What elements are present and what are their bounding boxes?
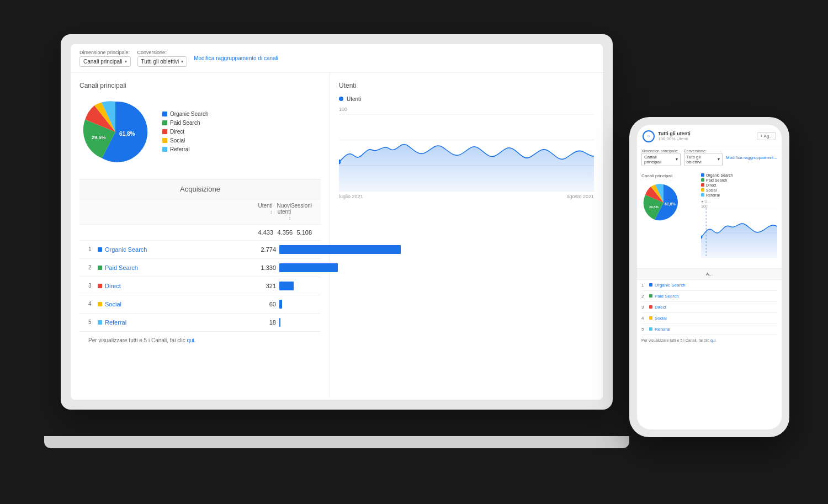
laptop: Dimensione principale: Canali principali… (61, 34, 640, 448)
phone-social-link[interactable]: Social (655, 316, 667, 321)
laptop-base (44, 436, 629, 448)
table-row: 3 Direct 321 (79, 277, 321, 295)
table-header: Utenti ↕ Nuovi utenti ↕ Sessioni (79, 199, 321, 225)
chevron-down-icon: ▾ (125, 59, 127, 64)
conversion-select[interactable]: Tutti gli obiettivi ▾ (137, 56, 188, 67)
paid-link[interactable]: Paid Search (105, 264, 138, 271)
phone-footer: Per visualizzare tutti e 5 i Canali, fai… (637, 335, 782, 346)
organic-search-color (162, 112, 167, 116)
phone-table-row: 5 Referral (641, 324, 777, 335)
phone-header-title: Tutti gli utenti (658, 131, 753, 136)
legend-item-social: Social (162, 137, 208, 144)
table-total-row: 4.433 4.356 5.108 (79, 225, 321, 241)
phone-table-row: 4 Social (641, 313, 777, 324)
chevron-icon: ▾ (676, 157, 678, 162)
x-label-2: agosto 2021 (566, 194, 594, 199)
phone-header-text: Tutti gli utenti 100,00% Utenti (658, 131, 753, 141)
phone-header-sub: 100,00% Utenti (658, 136, 753, 141)
col-header-channel (88, 203, 254, 221)
conversion-label: Conversione: (137, 50, 188, 55)
svg-text:61,8%: 61,8% (665, 202, 676, 206)
col-header-nuovi: Nuovi utenti ↕ (273, 203, 291, 221)
dimension-label: Dimensione principale: (79, 50, 131, 55)
line-chart-container: 100 (339, 107, 594, 206)
phone-toolbar: Ximension principale: Canali principali … (637, 146, 782, 169)
phone-canali-title: Canali principali (641, 173, 697, 178)
bar-referral (279, 318, 280, 327)
direct-dot (98, 284, 102, 288)
dimension-select[interactable]: Canali principali ▾ (79, 56, 131, 67)
pie-legend: Organic Search Paid Search Direct (162, 111, 208, 152)
canali-title: Canali principali (79, 82, 321, 89)
social-link[interactable]: Social (105, 301, 121, 307)
organic-dot (98, 247, 102, 252)
phone-modify-link[interactable]: Modifica raggruppament... (726, 155, 777, 160)
paid-search-color (162, 120, 167, 125)
referral-link[interactable]: Referral (105, 319, 126, 326)
svg-text:29,5%: 29,5% (649, 205, 659, 209)
acquisizione-title: Acquisizione (79, 179, 321, 199)
table-row: 4 Social 60 (79, 295, 321, 314)
laptop-body: Dimensione principale: Canali principali… (61, 34, 613, 410)
total-nuovi: 4.356 (273, 229, 293, 236)
panel-canali: Canali principali (71, 73, 330, 398)
pie-chart: 61,8% 29,5% (79, 96, 151, 168)
legend-item-paid: Paid Search (162, 120, 208, 126)
phone-table: 1 Organic Search 2 Paid Search 3 Direct (637, 280, 782, 335)
phone-pie-section: Canali principali 61,8% 29,5% (641, 173, 697, 264)
phone-acq-bar: A... (637, 268, 782, 280)
bar-social (279, 300, 282, 309)
col-header-utenti: Utenti ↕ (254, 203, 273, 221)
chart-legend: Utenti (339, 96, 594, 102)
phone-pie-chart: 61,8% 29,5% (641, 181, 686, 225)
table-row: 5 Referral 18 (79, 314, 321, 332)
bar-direct (279, 282, 294, 290)
phone-referral-link[interactable]: Referral (655, 327, 670, 332)
table-row: 2 Paid Search 1.330 (79, 259, 321, 277)
phone-avatar: ○ (643, 130, 655, 142)
scene: Dimensione principale: Canali principali… (28, 18, 800, 487)
phone-table-row: 2 Paid Search (641, 291, 777, 302)
modify-grouping-link[interactable]: Modifica raggruppamento di canali (194, 55, 278, 61)
social-dot (98, 302, 102, 306)
total-utenti: 4.433 (254, 229, 273, 236)
bar-paid (279, 263, 338, 272)
phone-conversion-select[interactable]: Tutti gli obiettivi ▾ (684, 153, 723, 166)
chevron-down-icon-2: ▾ (181, 59, 183, 64)
total-sessioni: 5.108 (293, 229, 312, 236)
phone-dimension-select[interactable]: Canali principali ▾ (641, 153, 681, 166)
legend-item-organic: Organic Search (162, 111, 208, 117)
phone-table-row: 3 Direct (641, 302, 777, 313)
phone-direct-link[interactable]: Direct (655, 305, 666, 310)
laptop-screen: Dimensione principale: Canali principali… (71, 44, 603, 400)
phone-header: ○ Tutti gli utenti 100,00% Utenti + Ag..… (637, 125, 782, 146)
footer-link[interactable]: qui (187, 337, 194, 343)
panel-utenti: Utenti Utenti 100 (330, 73, 603, 398)
organic-link[interactable]: Organic Search (105, 246, 147, 253)
table-row: 1 Organic Search 2.774 (79, 241, 321, 259)
phone-utenti-section: ● U... 100 (701, 199, 777, 259)
footer-note: Per visualizzare tutti e 5 i Canali, fai… (79, 332, 321, 349)
col-header-sessioni: Sessioni (291, 203, 312, 221)
phone-footer-link[interactable]: qui (710, 338, 715, 342)
direct-link[interactable]: Direct (105, 283, 121, 289)
phone-right-panel: Organic Search Paid Search Direct (701, 173, 777, 264)
phone-paid-link[interactable]: Paid Search (655, 294, 679, 299)
utenti-title: Utenti (339, 82, 594, 89)
pie-container: 61,8% 29,5% Organic Search (79, 96, 321, 168)
x-label-1: luglio 2021 (339, 194, 363, 199)
phone-line-chart (701, 208, 777, 258)
chevron-icon-2: ▾ (718, 157, 720, 162)
utenti-legend-label: Utenti (347, 96, 361, 102)
phone-screen: ○ Tutti gli utenti 100,00% Utenti + Ag..… (637, 125, 782, 429)
chart-labels: luglio 2021 agosto 2021 (339, 194, 594, 199)
referral-color (162, 147, 167, 152)
phone-organic-link[interactable]: Organic Search (655, 283, 686, 288)
dimension-group: Dimensione principale: Canali principali… (79, 50, 131, 67)
y-axis-label: 100 (339, 107, 594, 112)
svg-text:61,8%: 61,8% (119, 131, 135, 137)
referral-dot (98, 320, 102, 325)
conversion-group: Conversione: Tutti gli obiettivi ▾ (137, 50, 188, 67)
toolbar: Dimensione principale: Canali principali… (71, 44, 603, 73)
phone-add-button[interactable]: + Ag... (757, 132, 776, 140)
